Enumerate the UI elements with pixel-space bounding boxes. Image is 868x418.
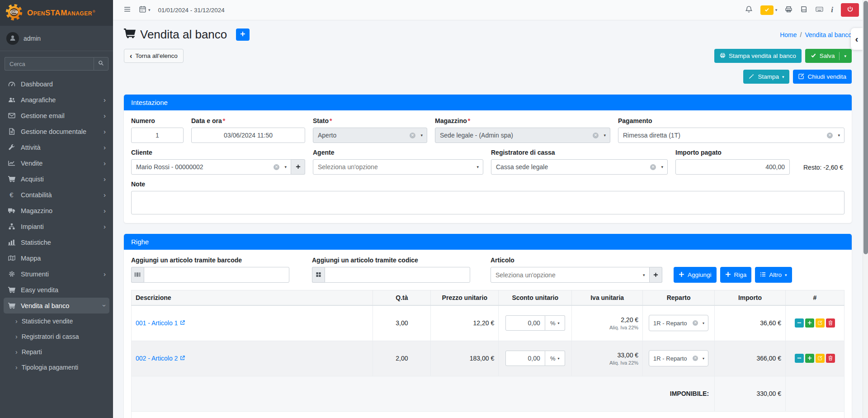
cliente-select[interactable]: Mario Rossi - 00000002 ✕ ▾ — [131, 159, 291, 175]
article-link[interactable]: 001 - Articolo 1 — [136, 319, 185, 327]
menu-toggle-button[interactable] — [123, 5, 131, 14]
add-cliente-button[interactable] — [291, 159, 305, 175]
clear-icon[interactable]: ✕ — [274, 164, 279, 170]
articolo-label: Articolo — [491, 256, 662, 264]
status-badge — [760, 5, 774, 15]
period-picker-button[interactable]: ▾ — [139, 5, 151, 14]
note-field: Note — [131, 180, 844, 216]
stato-select[interactable]: Aperto ✕ ▾ — [313, 128, 427, 143]
check-icon — [811, 52, 816, 60]
notifications-button[interactable] — [745, 5, 753, 14]
caret-down-icon: ▾ — [643, 273, 645, 277]
data-ora-label: Data e ora — [191, 117, 305, 124]
close-sale-button[interactable]: Chiudi vendita — [793, 70, 852, 84]
row-delete-button[interactable] — [826, 318, 835, 328]
clear-icon[interactable]: ✕ — [693, 356, 698, 361]
sidebar-subitem-reparti[interactable]: ›Reparti — [4, 344, 109, 360]
sconto-input[interactable] — [505, 315, 545, 331]
row-edit-button[interactable] — [816, 354, 825, 363]
pagamento-select[interactable]: Rimessa diretta (1T) ✕ ▾ — [618, 128, 844, 143]
sidebar-item-vendite[interactable]: Vendite› — [4, 155, 109, 171]
clear-icon[interactable]: ✕ — [593, 133, 599, 138]
sidebar-item-dashboard[interactable]: Dashboard — [4, 76, 109, 92]
grid-icon — [312, 267, 325, 283]
note-textarea[interactable] — [131, 191, 844, 214]
sidebar-item-vendita-al-banco[interactable]: Vendita al banco› — [4, 298, 109, 314]
date-range[interactable]: 01/01/2024 - 31/12/2024 — [158, 7, 225, 14]
scrollbar-thumb[interactable] — [863, 1, 868, 254]
chevron-right-icon: › — [104, 112, 106, 119]
altro-button[interactable]: Altro ▾ — [755, 267, 792, 283]
topbar: ▾ 01/01/2024 - 31/12/2024 ▾ i — [113, 0, 868, 20]
info-button[interactable]: i — [831, 5, 833, 14]
magazzino-select[interactable]: Sede legale - (Admin spa) ✕ ▾ — [435, 128, 610, 143]
sconto-unit-select[interactable]: %▾ — [545, 351, 565, 366]
barcode-input[interactable] — [144, 267, 289, 283]
sidebar-subitem-registratori-di-cassa[interactable]: ›Registratori di cassa — [4, 329, 109, 344]
print-sale-button[interactable]: Stampa vendita al banco — [714, 49, 802, 63]
external-link-icon — [180, 355, 185, 362]
sidebar-subitem-tipologia-pagamenti[interactable]: ›Tipologia pagamenti — [4, 360, 109, 375]
registratore-select[interactable]: Cassa sede legale ✕ ▾ — [491, 159, 668, 175]
sidebar-item-magazzino[interactable]: Magazzino› — [4, 203, 109, 218]
sidebar-item-label: Mappa — [21, 255, 41, 262]
app-logo[interactable]: OSM OpenSTAManager® — [0, 0, 113, 26]
row-increase-button[interactable] — [805, 354, 814, 363]
row-decrease-button[interactable] — [795, 318, 804, 328]
clear-icon[interactable]: ✕ — [410, 133, 415, 138]
codice-input[interactable] — [325, 267, 470, 283]
collapse-panel-button[interactable]: ‹ — [851, 28, 863, 50]
user-icon — [9, 34, 16, 43]
sidebar-subitem-statistiche-vendite[interactable]: ›Statistiche vendite — [4, 314, 109, 329]
reparto-select[interactable]: 1R - Reparto 1... ✕ ▾ — [649, 315, 708, 331]
logout-button[interactable] — [841, 3, 859, 17]
sidebar-item-strumenti[interactable]: Strumenti› — [4, 266, 109, 282]
sidebar-item-gestione-email[interactable]: Gestione email› — [4, 108, 109, 124]
articolo-select[interactable]: Seleziona un'opzione ▾ — [491, 267, 650, 283]
riga-button[interactable]: Riga — [720, 267, 752, 283]
add-articolo-button[interactable] — [650, 267, 663, 283]
search-input[interactable] — [5, 57, 94, 71]
clear-icon[interactable]: ✕ — [650, 164, 656, 170]
breadcrumb-current[interactable]: Vendita al banco — [805, 31, 852, 38]
aggiungi-button[interactable]: Aggiungi — [674, 267, 717, 283]
sidebar-item-anagrafiche[interactable]: Anagrafiche› — [4, 92, 109, 108]
clear-icon[interactable]: ✕ — [827, 133, 833, 138]
row-delete-button[interactable] — [826, 354, 835, 363]
search-button[interactable] — [94, 57, 108, 71]
reparto-select[interactable]: 1R - Reparto 1... ✕ ▾ — [649, 350, 708, 366]
back-to-list-button[interactable]: ‹ Torna all'elenco — [124, 49, 184, 63]
data-ora-input[interactable] — [191, 128, 305, 143]
sidebar-item-statistiche[interactable]: Statistiche — [4, 234, 109, 250]
row-decrease-button[interactable] — [795, 354, 804, 363]
clear-icon[interactable]: ✕ — [693, 320, 698, 326]
agente-select[interactable]: Seleziona un'opzione ▾ — [313, 159, 483, 175]
sconto-unit-select[interactable]: %▾ — [545, 315, 565, 331]
print-shortcut-button[interactable] — [785, 5, 793, 14]
scrollbar[interactable] — [863, 0, 868, 418]
importo-pagato-input[interactable] — [675, 159, 790, 175]
docs-button[interactable] — [800, 5, 808, 14]
save-button[interactable]: Salva ▾ — [805, 49, 852, 63]
new-sale-button[interactable] — [236, 28, 250, 41]
article-link[interactable]: 002 - Articolo 2 — [136, 355, 185, 362]
user-panel[interactable]: admin — [0, 26, 113, 51]
sidebar-item-attivita[interactable]: Attività› — [4, 139, 109, 155]
sidebar-item-easy-vendita[interactable]: Easy vendita — [4, 282, 109, 298]
numero-input[interactable] — [131, 128, 184, 143]
sidebar-item-mappa[interactable]: Mappa — [4, 250, 109, 266]
qty-cell: 2,00 — [373, 341, 431, 376]
breadcrumb-home-link[interactable]: Home — [780, 31, 797, 38]
print-dropdown-button[interactable]: Stampa ▾ — [743, 70, 789, 84]
sidebar-item-impianti[interactable]: Impianti› — [4, 218, 109, 234]
page-content: Vendita al banco Home / Vendita al banco… — [113, 20, 863, 418]
sconto-input[interactable] — [505, 351, 545, 366]
row-increase-button[interactable] — [805, 318, 814, 328]
keyboard-shortcuts-button[interactable] — [816, 5, 823, 14]
caret-down-icon: ▾ — [604, 133, 606, 138]
row-edit-button[interactable] — [816, 318, 825, 328]
sidebar-item-acquisti[interactable]: Acquisti› — [4, 171, 109, 187]
tasks-dropdown-button[interactable]: ▾ — [760, 5, 778, 15]
sidebar-item-contabilita[interactable]: €Contabilità› — [4, 187, 109, 203]
sidebar-item-gestione-documentale[interactable]: Gestione documentale› — [4, 124, 109, 139]
